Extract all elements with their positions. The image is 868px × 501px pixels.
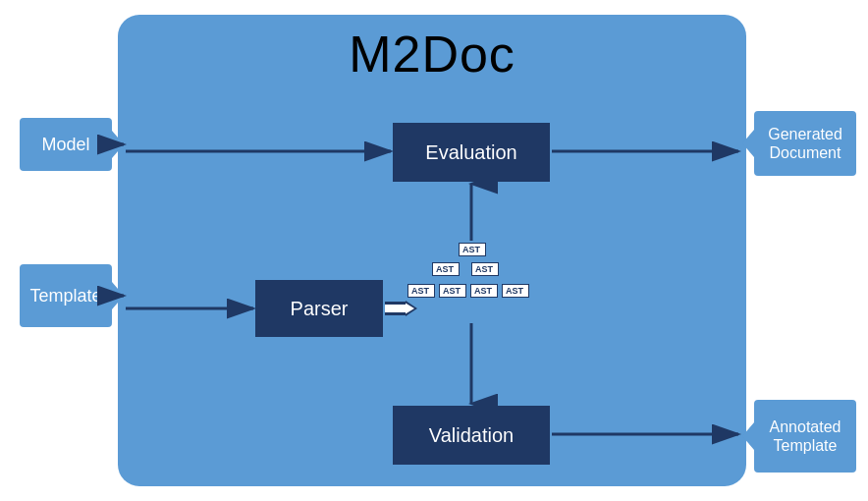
ast-box-mid-left: AST xyxy=(432,262,460,276)
ast-diagram: AST AST AST AST AST AST AST xyxy=(407,243,535,321)
ast-box-bot-1: AST xyxy=(407,284,435,298)
ast-box-bot-2: AST xyxy=(439,284,466,298)
parser-box: Parser xyxy=(255,280,383,337)
evaluation-box: Evaluation xyxy=(393,123,550,182)
annotated-template-box: Annotated Template xyxy=(752,398,858,474)
generated-document-box: Generated Document xyxy=(752,109,858,178)
ast-box-bot-4: AST xyxy=(502,284,529,298)
ast-box-top: AST xyxy=(459,243,486,256)
main-diagram: M2Doc xyxy=(118,15,746,486)
template-box: Template xyxy=(18,262,114,329)
ast-box-bot-3: AST xyxy=(470,284,498,298)
diagram-title: M2Doc xyxy=(118,15,746,84)
validation-box: Validation xyxy=(393,406,550,465)
model-box: Model xyxy=(18,116,114,173)
ast-box-mid-right: AST xyxy=(471,262,499,276)
